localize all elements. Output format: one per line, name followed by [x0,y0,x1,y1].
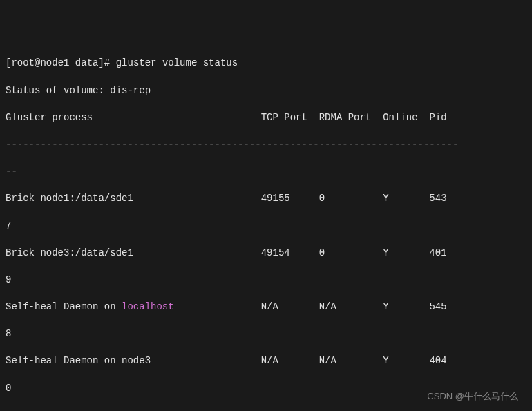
table-row: Self-heal Daemon on node3 N/A N/A Y 404 [6,354,526,368]
pid-wrap: 9 [6,274,526,287]
col-tcp: TCP Port [261,112,307,123]
localhost-highlight: localhost [122,301,174,312]
row-online: Y [383,247,388,258]
row-tcp: N/A [261,301,278,312]
row-process: Brick node3:/data/sde1 [6,247,133,258]
row-process: Self-heal Daemon on node3 [6,355,151,366]
table-row: Brick node1:/data/sde1 49155 0 Y 543 [6,192,526,206]
row-pid: 401 [429,247,446,258]
row-rdma: N/A [319,301,336,312]
divider: ----------------------------------------… [6,138,526,152]
row-process: Brick node1:/data/sde1 [6,193,133,204]
row-tcp: N/A [261,355,278,366]
table-row: Brick node3:/data/sde1 49154 0 Y 401 [6,247,526,260]
row-rdma: 0 [319,247,325,258]
row-tcp: 49154 [261,247,290,258]
row-process-pre: Self-heal Daemon on [6,301,122,312]
pid-wrap: 8 [6,327,526,341]
watermark: CSDN @牛什么马什么 [427,390,518,403]
col-online: Online [383,112,417,123]
vol0-status-header: Status of volume: dis-rep [6,84,526,98]
col-rdma: RDMA Port [319,112,372,123]
prompt-line: [root@node1 data]# gluster volume status [6,57,526,70]
row-tcp: 49155 [261,193,290,204]
row-pid: 545 [429,301,446,312]
divider-wrap: -- [6,165,526,179]
row-pid: 404 [429,355,446,366]
row-rdma: N/A [319,355,336,366]
col-process: Gluster process [6,112,93,123]
row-pid: 543 [429,193,446,204]
table-row: Self-heal Daemon on localhost N/A N/A Y … [6,300,526,314]
row-online: Y [383,301,388,312]
row-online: Y [383,355,388,366]
prompt-symbol: # [104,57,110,68]
col-pid: Pid [429,112,446,123]
prompt-host: node1 [40,57,69,68]
command-text: gluster volume status [116,57,238,68]
row-rdma: 0 [319,193,325,204]
prompt-user: root [11,57,35,68]
vol0-columns: Gluster process TCP Port RDMA Port Onlin… [6,111,526,125]
row-online: Y [383,193,388,204]
prompt-cwd: data [75,57,99,68]
pid-wrap: 7 [6,220,526,233]
